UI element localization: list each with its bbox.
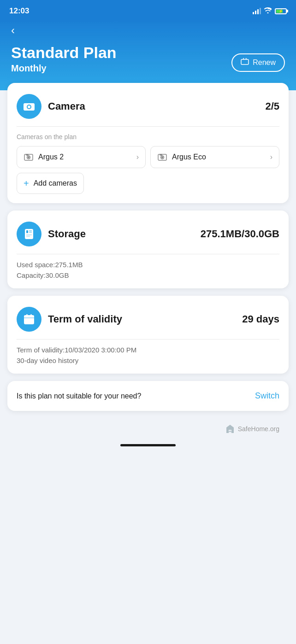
renew-button[interactable]: Renew [231,53,285,72]
status-icons: ⚡ [253,7,287,15]
add-cameras-button[interactable]: + Add cameras [17,173,84,194]
plus-icon: + [24,179,29,188]
arguseco-chevron-icon: › [270,153,272,161]
svg-rect-26 [25,322,27,323]
svg-point-3 [28,105,30,108]
validity-card-header: Term of validity 29 days [17,307,279,332]
storage-title: Storage [48,228,86,240]
header: ‹ Standard Plan Monthly Renew [0,20,296,90]
camera-value: 2/5 [265,100,279,112]
cameras-on-plan-label: Cameras on the plan [17,133,279,141]
footer: SafeHome.org [7,418,289,439]
storage-icon-circle [17,222,41,246]
svg-rect-12 [160,154,162,155]
storage-icon [23,228,36,240]
plan-info: Standard Plan Monthly [11,44,117,74]
validity-title: Term of validity [48,313,122,325]
argus2-camera-icon [24,152,34,162]
svg-rect-15 [29,230,32,231]
svg-rect-13 [25,229,33,239]
switch-button[interactable]: Switch [255,391,279,401]
svg-rect-0 [241,59,249,64]
svg-rect-23 [25,319,27,321]
camera-card-header-left: Camera [17,94,85,119]
arguseco-name: Argus Eco [172,153,206,161]
svg-rect-25 [31,319,33,321]
term-label: Term of validity:10/03/2020 3:00:00 PM [17,346,279,354]
camera-item-argus2-left: Argus 2 [24,152,64,162]
validity-info: Term of validity:10/03/2020 3:00:00 PM 3… [17,346,279,364]
renew-label: Renew [253,59,276,67]
wifi-icon [264,7,272,15]
argus2-chevron-icon: › [136,153,139,161]
safehome-domain: .org [268,425,279,433]
header-content: Standard Plan Monthly Renew [11,44,285,74]
home-indicator [0,439,296,456]
svg-rect-21 [26,314,28,316]
svg-rect-16 [29,232,32,233]
camera-card: Camera 2/5 Cameras on the plan Argus 2 › [7,83,289,203]
argus2-name: Argus 2 [38,153,64,161]
svg-rect-4 [31,103,33,105]
svg-point-7 [28,157,30,158]
switch-question: Is this plan not suitable for your need? [17,392,141,400]
capacity-label: Capacity:30.0GB [17,271,279,279]
camera-icon-circle [17,94,41,119]
back-button[interactable]: ‹ [11,25,285,36]
signal-icon [253,8,261,14]
history-label: 30-day video history [17,357,279,364]
plan-title: Standard Plan [11,44,117,61]
svg-rect-18 [26,236,30,237]
status-time: 12:03 [9,6,29,16]
status-bar: 12:03 ⚡ [0,0,296,20]
svg-rect-14 [26,230,28,233]
svg-rect-22 [30,314,32,316]
arguseco-camera-icon [157,152,167,162]
camera-item-arguseco[interactable]: Argus Eco › [150,146,279,168]
validity-icon-circle [17,307,41,332]
camera-item-argus2[interactable]: Argus 2 › [17,146,146,168]
calendar-icon [23,313,36,326]
camera-grid: Argus 2 › Argus Eco › [17,146,279,168]
svg-rect-24 [28,319,30,321]
validity-divider [17,339,279,340]
storage-info: Used space:275.1MB Capacity:30.0GB [17,261,279,279]
validity-card: Term of validity 29 days Term of validit… [7,296,289,374]
camera-divider [17,126,279,127]
svg-point-11 [162,157,163,158]
safehome-logo-icon [225,424,235,434]
main-content: Camera 2/5 Cameras on the plan Argus 2 › [0,83,296,439]
used-space-label: Used space:275.1MB [17,261,279,269]
camera-title: Camera [48,100,85,112]
add-cameras-label: Add cameras [34,179,77,187]
validity-card-header-left: Term of validity [17,307,122,332]
svg-rect-20 [24,317,34,318]
camera-item-arguseco-left: Argus Eco [157,152,206,162]
back-arrow-icon: ‹ [11,25,15,36]
storage-card-header: Storage 275.1MB/30.0GB [17,222,279,246]
cart-icon [241,58,249,67]
camera-card-header: Camera 2/5 [17,94,279,119]
home-bar [120,444,176,446]
storage-card-header-left: Storage [17,222,86,246]
storage-divider [17,254,279,254]
plan-subtitle: Monthly [11,63,117,74]
storage-value: 275.1MB/30.0GB [201,228,279,240]
svg-rect-27 [28,322,30,323]
switch-card: Is this plan not suitable for your need?… [7,381,289,411]
safehome-brand: SafeHome [238,425,268,433]
svg-rect-17 [26,234,32,235]
battery-icon: ⚡ [275,8,287,14]
safehome-text: SafeHome.org [238,425,279,433]
camera-icon [23,100,36,113]
svg-rect-8 [26,154,28,155]
safehome-logo: SafeHome.org [225,424,279,434]
storage-card: Storage 275.1MB/30.0GB Used space:275.1M… [7,211,289,288]
validity-value: 29 days [242,313,279,325]
